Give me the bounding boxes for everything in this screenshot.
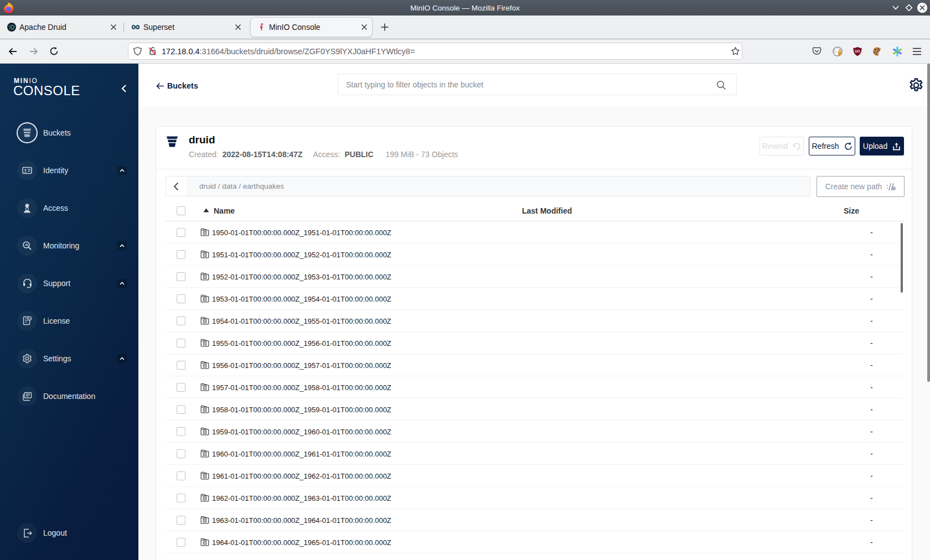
svg-text:UO: UO — [855, 49, 860, 53]
